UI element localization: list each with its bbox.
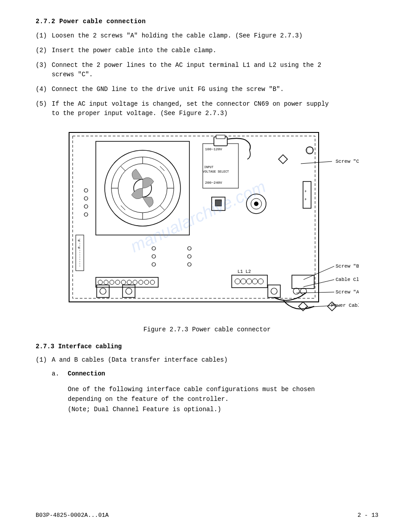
sub-section-a: a. Connection One of the following inter…	[52, 370, 378, 414]
step-2-content: Insert the power cable into the cable cl…	[52, 46, 378, 55]
step-1-content: Loosen the 2 screws "A" holding the cabl…	[52, 31, 378, 41]
step-273-1-content: A and B cables (Data transfer interface …	[52, 355, 378, 365]
step-3-content: Connect the 2 power lines to the AC inpu…	[52, 61, 378, 79]
step-1-num: (1)	[36, 31, 52, 41]
svg-marker-85	[299, 302, 307, 311]
svg-point-26	[254, 202, 258, 206]
step-3: (3) Connect the 2 power lines to the AC …	[36, 61, 378, 79]
svg-text:200~240V: 200~240V	[205, 181, 222, 185]
sub-a-title: Connection	[68, 370, 105, 377]
svg-text:+: +	[78, 238, 80, 243]
page-number: 2 - 13	[357, 512, 378, 519]
step-1: (1) Loosen the 2 screws "A" holding the …	[36, 31, 378, 41]
step-2-num: (2)	[36, 46, 52, 55]
svg-rect-70	[292, 275, 314, 289]
svg-text:+: +	[304, 197, 307, 202]
svg-text:Screw "B": Screw "B"	[336, 264, 359, 269]
step-5-content: If the AC input voltage is changed, set …	[52, 99, 378, 118]
svg-text:Screw "A": Screw "A"	[336, 289, 359, 295]
svg-text:Screw "C": Screw "C"	[336, 159, 359, 164]
svg-rect-52	[232, 275, 267, 288]
section-272-title: 2.7.2 Power cable connection	[36, 18, 378, 25]
step-4: (4) Connect the GND line to the drive un…	[36, 85, 378, 94]
svg-text:+: +	[304, 189, 307, 194]
step-5-num: (5)	[36, 99, 52, 118]
svg-text:Cable Clamp: Cable Clamp	[336, 277, 359, 282]
step-5: (5) If the AC input voltage is changed, …	[36, 99, 378, 118]
footer: B03P-4825-0002A...01A 2 - 13	[0, 512, 414, 519]
figure-caption: Figure 2.7.3 Power cable connector	[36, 326, 378, 333]
doc-number: B03P-4825-0002A...01A	[36, 512, 109, 519]
svg-line-77	[305, 305, 334, 307]
step-4-num: (4)	[36, 85, 52, 94]
svg-text:100~120V: 100~120V	[205, 147, 222, 151]
section-273-title: 2.7.3 Interface cabling	[36, 343, 378, 350]
svg-text:+: +	[78, 245, 80, 250]
step-4-content: Connect the GND line to the drive unit F…	[52, 85, 378, 94]
sub-a-label: a.	[52, 370, 68, 381]
step-2: (2) Insert the power cable into the cabl…	[36, 46, 378, 55]
svg-text:INPUT: INPUT	[204, 165, 213, 169]
step-273-1-num: (1)	[36, 355, 52, 365]
step-3-num: (3)	[36, 61, 52, 79]
section-272: 2.7.2 Power cable connection (1) Loosen …	[36, 18, 378, 118]
figure-273: 100~120V INPUT VOLTAGE SELECT 200~240V +…	[56, 128, 359, 322]
section-273: 2.7.3 Interface cabling (1) A and B cabl…	[36, 343, 378, 414]
svg-text:VOLTAGE SELECT: VOLTAGE SELECT	[203, 170, 229, 173]
step-273-1: (1) A and B cables (Data transfer interf…	[36, 355, 378, 365]
svg-rect-17	[216, 135, 225, 139]
svg-text:L1 L2: L1 L2	[238, 269, 251, 274]
sub-a-text: One of the following interface cable con…	[68, 384, 378, 414]
diagram-svg: 100~120V INPUT VOLTAGE SELECT 200~240V +…	[56, 128, 359, 320]
